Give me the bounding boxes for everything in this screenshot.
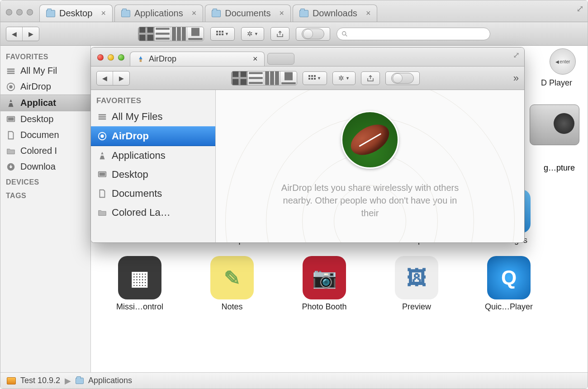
photo-booth-icon: 📷 (303, 256, 346, 299)
tab-downloads[interactable]: Downloads × (293, 5, 377, 22)
arrange-button[interactable]: ▼ (210, 27, 235, 41)
minimize-button[interactable] (108, 54, 114, 61)
svg-rect-13 (219, 31, 221, 33)
app-photo-booth[interactable]: 📷Photo Booth (284, 256, 365, 312)
view-mode-segment (138, 27, 204, 41)
tab-label: Downloads (313, 8, 357, 19)
downloads-icon (6, 163, 16, 171)
sidebar-section-header: DEVICES (0, 175, 90, 188)
tab-close-icon[interactable]: × (253, 54, 258, 64)
app-notes[interactable]: ✎Notes (191, 256, 273, 312)
sidebar-item-airdrop[interactable]: AirDrop (91, 126, 215, 146)
sidebar-item-airdrop[interactable]: AirDrop (0, 79, 90, 95)
sidebar-item-label: Applicat (20, 98, 56, 108)
minimize-button[interactable] (16, 9, 23, 15)
tab-airdrop[interactable]: AirDrop × (130, 52, 265, 66)
nav-back-forward: ◀ ▶ (6, 27, 39, 41)
nav-back-button[interactable]: ◀ (97, 71, 113, 85)
share-icon (367, 75, 374, 81)
svg-rect-35 (249, 82, 263, 84)
zoom-button[interactable] (27, 9, 33, 15)
sidebar-item-documents[interactable]: Documents (91, 184, 215, 203)
sidebar-item-all-my-files[interactable]: All My Fil (0, 63, 90, 79)
icon-view-button[interactable] (232, 71, 248, 85)
svg-rect-44 (308, 78, 310, 80)
nav-back-button[interactable]: ◀ (6, 27, 23, 41)
chevron-right-icon: ▶ (65, 376, 71, 386)
sidebar-item-desktop[interactable]: Desktop (0, 111, 90, 127)
notes-icon: ✎ (210, 256, 254, 299)
share-button[interactable] (270, 27, 289, 41)
svg-rect-39 (285, 72, 293, 80)
sidebar-item-label: Downloa (20, 161, 56, 172)
list-view-button[interactable] (248, 71, 264, 85)
tab-close-icon[interactable]: × (279, 9, 284, 18)
sidebar-item-colored[interactable]: Colored La… (91, 203, 215, 222)
sidebar-item-documents[interactable]: Documen (0, 127, 90, 143)
app-preview[interactable]: 🖼Preview (376, 256, 457, 312)
tab-documents[interactable]: Documents × (205, 5, 291, 22)
nav-forward-button[interactable]: ▶ (113, 71, 129, 85)
svg-rect-53 (100, 172, 105, 176)
svg-rect-48 (99, 116, 106, 118)
svg-rect-17 (222, 33, 223, 35)
svg-rect-37 (270, 71, 274, 85)
list-view-button[interactable] (155, 27, 171, 41)
tab-close-icon[interactable]: × (366, 9, 371, 18)
sidebar-item-applications[interactable]: Applicat (0, 95, 90, 111)
nav-forward-button[interactable]: ▶ (23, 27, 39, 41)
close-button[interactable] (6, 9, 12, 15)
arrange-button[interactable]: ▼ (303, 71, 327, 85)
tags-button[interactable] (296, 27, 330, 41)
all-my-files-icon (6, 67, 16, 75)
icon-view-button[interactable] (138, 27, 155, 41)
column-view-button[interactable] (264, 71, 280, 85)
app-label-partial: D Player (541, 78, 572, 88)
sidebar-section-header: TAGS (0, 188, 90, 202)
tags-button[interactable] (385, 71, 420, 85)
coverflow-view-button[interactable] (187, 27, 204, 41)
column-view-button[interactable] (171, 27, 187, 41)
app-mission-control[interactable]: ▦Missi…ontrol (99, 256, 180, 312)
folder-icon (6, 147, 16, 155)
svg-point-51 (100, 134, 104, 138)
front-tab-bar: AirDrop × ⤢ (91, 47, 524, 66)
gear-icon: ✲ (338, 74, 344, 82)
coverflow-view-button[interactable] (280, 71, 297, 85)
football-icon (346, 119, 394, 161)
search-input[interactable] (337, 28, 490, 40)
app-label: Quic…Player (485, 302, 533, 312)
close-button[interactable] (97, 54, 104, 61)
action-gear-button[interactable]: ✲▼ (332, 71, 356, 85)
svg-rect-47 (99, 114, 106, 116)
app-quicktime[interactable]: QQuic…Player (468, 256, 550, 312)
back-toolbar: ◀ ▶ ▼ ✲▼ (0, 22, 588, 46)
tab-applications[interactable]: Applications × (114, 5, 203, 22)
svg-rect-31 (232, 79, 238, 85)
app-label: Missi…ontrol (116, 302, 163, 312)
fullscreen-icon[interactable]: ⤢ (513, 50, 520, 60)
share-button[interactable] (361, 71, 380, 85)
sidebar-item-desktop[interactable]: Desktop (91, 165, 215, 184)
toolbar-overflow-icon[interactable]: » (513, 72, 519, 84)
sidebar-item-colored[interactable]: Colored I (0, 143, 90, 159)
path-segment[interactable]: Applications (88, 376, 132, 385)
airdrop-tab-icon (137, 55, 145, 63)
new-tab-button[interactable] (267, 53, 294, 65)
path-bar: Test 10.9.2 ▶ Applications (0, 372, 588, 389)
path-segment[interactable]: Test 10.9.2 (20, 376, 60, 385)
tab-close-icon[interactable]: × (192, 9, 197, 18)
folder-icon (299, 10, 308, 17)
tab-desktop[interactable]: Desktop × (39, 5, 113, 22)
svg-rect-32 (241, 79, 247, 85)
airdrop-icon (6, 83, 16, 91)
zoom-button[interactable] (118, 54, 124, 61)
sidebar-item-applications[interactable]: Applications (91, 146, 215, 165)
sidebar-item-all-my-files[interactable]: All My Files (91, 107, 215, 126)
sidebar-item-downloads[interactable]: Downloa (0, 159, 90, 175)
tab-close-icon[interactable]: × (101, 9, 106, 18)
fullscreen-icon[interactable]: ⤢ (576, 3, 584, 14)
tab-label: Applications (134, 8, 183, 19)
svg-rect-26 (8, 117, 14, 120)
action-gear-button[interactable]: ✲▼ (241, 27, 264, 41)
